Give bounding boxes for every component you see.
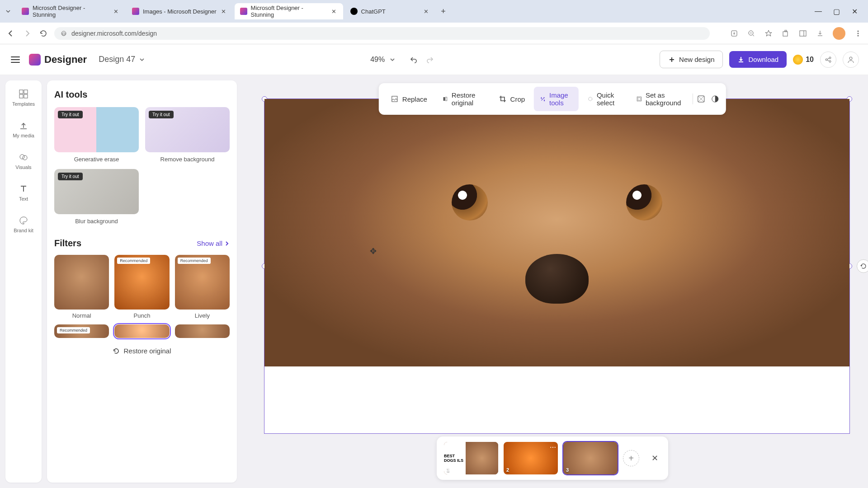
svg-rect-24 xyxy=(637,97,641,101)
filter-item[interactable]: Recommended xyxy=(54,324,109,338)
svg-rect-15 xyxy=(24,90,28,94)
page-thumbnail-selected[interactable]: 3 xyxy=(563,442,618,474)
rail-text[interactable]: Text xyxy=(5,181,42,204)
new-tab-button[interactable]: + xyxy=(437,5,450,18)
extensions-icon[interactable] xyxy=(781,29,790,38)
filter-item-selected[interactable] xyxy=(114,324,169,338)
page-number: 1 xyxy=(447,467,449,473)
close-icon[interactable]: ✕ xyxy=(330,8,338,15)
zoom-icon[interactable] xyxy=(747,29,756,38)
page-thumbnail[interactable]: BEST DOGS ILS 1 xyxy=(444,442,498,474)
chatgpt-favicon xyxy=(350,8,358,15)
upload-icon xyxy=(18,120,29,131)
forward-icon[interactable] xyxy=(22,28,33,39)
image-tools-button[interactable]: Image tools xyxy=(534,87,579,111)
menu-icon[interactable] xyxy=(854,29,863,38)
close-icon[interactable]: ✕ xyxy=(850,7,859,16)
profile-avatar[interactable] xyxy=(833,27,845,40)
svg-point-11 xyxy=(829,57,831,59)
quick-select-icon xyxy=(588,95,593,103)
svg-rect-4 xyxy=(783,32,788,36)
browser-tab-active[interactable]: Microsoft Designer - Stunning ✕ xyxy=(235,3,343,19)
install-app-icon[interactable] xyxy=(730,29,739,38)
crop-button[interactable]: Crop xyxy=(492,90,532,108)
new-design-label: New design xyxy=(679,56,714,63)
rail-brand-kit[interactable]: Brand kit xyxy=(5,212,42,236)
browser-tab[interactable]: Microsoft Designer - Stunning ✕ xyxy=(16,3,125,19)
rail-my-media[interactable]: My media xyxy=(5,117,42,141)
filter-item[interactable] xyxy=(175,324,230,338)
window-controls: — ▢ ✕ xyxy=(814,7,864,16)
ai-tool-remove-background[interactable]: Try it out Remove background xyxy=(145,107,230,163)
recommended-badge: Recommended xyxy=(178,258,211,264)
account-icon[interactable] xyxy=(843,52,859,68)
share-icon[interactable] xyxy=(820,52,836,68)
canvas-selection-frame[interactable]: ✥ xyxy=(264,99,850,434)
filter-lively[interactable]: Recommended Lively xyxy=(175,255,230,319)
design-title-text: Design 47 xyxy=(99,55,135,64)
replace-button[interactable]: Replace xyxy=(384,90,434,108)
close-strip-icon[interactable]: ✕ xyxy=(648,452,661,465)
coin-balance[interactable]: 10 xyxy=(793,55,814,65)
filter-normal[interactable]: Normal xyxy=(54,255,109,319)
side-panel-icon[interactable] xyxy=(798,29,807,38)
close-icon[interactable]: ✕ xyxy=(423,8,430,15)
designer-logo-icon xyxy=(29,54,41,66)
color-fill-icon[interactable] xyxy=(696,91,707,107)
tab-title: Images - Microsoft Designer xyxy=(143,8,217,15)
address-bar: designer.microsoft.com/design xyxy=(0,23,868,44)
minimize-icon[interactable]: — xyxy=(814,7,823,16)
download-icon xyxy=(737,56,745,63)
magic-wand-icon xyxy=(540,95,546,103)
design-title-dropdown[interactable]: Design 47 xyxy=(99,55,145,64)
close-icon[interactable]: ✕ xyxy=(112,8,119,15)
url-text: designer.microsoft.com/design xyxy=(71,30,157,37)
undo-icon[interactable] xyxy=(409,55,418,64)
rail-visuals[interactable]: Visuals xyxy=(5,149,42,173)
tab-list-dropdown[interactable] xyxy=(4,7,13,16)
ai-tool-blur-background[interactable]: Try it out Blur background xyxy=(54,169,139,225)
close-icon[interactable]: ✕ xyxy=(220,8,227,15)
zoom-level[interactable]: 49% xyxy=(370,56,385,64)
restore-original-button[interactable]: Restore original xyxy=(54,347,230,355)
page-options-icon[interactable]: ⋯ xyxy=(550,444,556,451)
rail-label: Text xyxy=(19,196,28,202)
svg-point-23 xyxy=(589,97,592,101)
back-icon[interactable] xyxy=(5,28,16,39)
downloads-icon[interactable] xyxy=(816,29,825,38)
browser-tab[interactable]: Images - Microsoft Designer ✕ xyxy=(127,3,233,19)
site-info-icon[interactable] xyxy=(61,30,67,37)
new-design-button[interactable]: New design xyxy=(660,51,723,68)
try-it-out-badge: Try it out xyxy=(58,173,83,180)
svg-point-8 xyxy=(858,33,859,34)
rail-templates[interactable]: Templates xyxy=(5,86,42,109)
reload-icon[interactable] xyxy=(38,28,49,39)
svg-rect-6 xyxy=(800,31,806,36)
show-all-filters[interactable]: Show all xyxy=(197,239,230,247)
add-page-button[interactable]: + xyxy=(623,450,639,466)
page-text: BEST DOGS ILS xyxy=(444,454,466,463)
try-it-out-badge: Try it out xyxy=(58,111,83,118)
filter-punch[interactable]: Recommended Punch xyxy=(114,255,169,319)
canvas-image[interactable]: ✥ xyxy=(264,99,849,366)
chevron-down-icon[interactable] xyxy=(389,56,396,63)
redo-icon[interactable] xyxy=(425,55,434,64)
maximize-icon[interactable]: ▢ xyxy=(832,7,841,16)
templates-icon xyxy=(18,89,29,99)
contrast-icon[interactable] xyxy=(710,91,721,107)
quick-select-button[interactable]: Quick select xyxy=(581,87,627,111)
tab-title: ChatGPT xyxy=(361,8,386,15)
hamburger-menu[interactable] xyxy=(9,53,22,66)
download-button[interactable]: Download xyxy=(729,51,787,68)
rotate-handle[interactable] xyxy=(857,259,868,273)
app-logo[interactable]: Designer xyxy=(29,54,87,66)
url-input[interactable]: designer.microsoft.com/design xyxy=(54,27,710,40)
set-background-button[interactable]: Set as background xyxy=(630,87,690,111)
bookmark-icon[interactable] xyxy=(764,29,773,38)
browser-tab[interactable]: ChatGPT ✕ xyxy=(345,3,435,19)
restore-original-button[interactable]: Restore original xyxy=(436,87,490,111)
palette-icon xyxy=(18,215,29,226)
page-thumbnail[interactable]: ⋯ 2 xyxy=(504,442,558,474)
try-it-out-badge: Try it out xyxy=(149,111,174,118)
ai-tool-generative-erase[interactable]: Try it out Generative erase xyxy=(54,107,139,163)
